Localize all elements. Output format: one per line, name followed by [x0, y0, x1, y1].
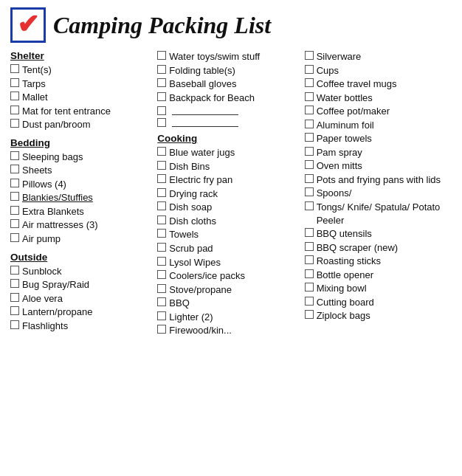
item-text: Silverware: [317, 50, 446, 63]
checkbox[interactable]: [10, 179, 19, 187]
checkbox[interactable]: [10, 151, 19, 160]
item-text: Blue water jugs: [169, 146, 298, 159]
checkbox[interactable]: [10, 206, 19, 215]
item-text: BBQ utensils: [317, 227, 446, 241]
checkbox[interactable]: [157, 188, 166, 197]
checkbox[interactable]: [10, 106, 19, 114]
list-item: Bottle opener: [305, 269, 446, 282]
checkbox[interactable]: [305, 92, 314, 101]
checkbox[interactable]: [305, 160, 314, 169]
checkbox[interactable]: [305, 147, 314, 156]
item-text: Bug Spray/Raid: [22, 278, 151, 292]
list-item: Coffee pot/maker: [305, 105, 446, 118]
checkbox[interactable]: [10, 306, 19, 315]
checkbox[interactable]: [305, 65, 314, 74]
checkbox[interactable]: [157, 243, 166, 252]
item-text: Towels: [169, 228, 298, 241]
checkbox[interactable]: [157, 201, 166, 210]
checkbox[interactable]: [10, 165, 19, 173]
checkbox[interactable]: [157, 106, 166, 115]
checkbox[interactable]: [305, 201, 314, 210]
item-text: Tongs/ Knife/ Spatula/ Potato Peeler: [317, 201, 446, 227]
checkbox[interactable]: [157, 229, 166, 238]
checkbox[interactable]: [305, 78, 314, 87]
checkbox[interactable]: [157, 270, 166, 279]
checkbox[interactable]: [10, 219, 19, 228]
section-title-bedding: Bedding: [10, 137, 151, 148]
checkbox[interactable]: [305, 106, 314, 114]
item-text: Dish cloths: [169, 215, 298, 228]
checkbox[interactable]: [10, 78, 19, 87]
checkbox[interactable]: [10, 279, 19, 288]
list-item: Tarps: [10, 77, 151, 91]
item-text: Scrub pad: [169, 242, 298, 255]
checkbox[interactable]: [10, 293, 19, 302]
list-item: Backpack for Beach: [157, 92, 298, 105]
item-text: Stove/propane: [169, 283, 298, 297]
checkbox[interactable]: [157, 51, 166, 60]
blank-underline: [172, 117, 238, 127]
list-item: Sleeping bags: [10, 151, 151, 164]
page-title: Camping Packing List: [53, 12, 271, 39]
header-checkbox-icon: ✔: [10, 7, 46, 43]
checkbox[interactable]: [157, 284, 166, 293]
checkbox[interactable]: [305, 51, 314, 60]
item-text: Extra Blankets: [22, 205, 151, 218]
checkbox[interactable]: [305, 255, 314, 264]
checkbox[interactable]: [10, 119, 19, 128]
checkbox[interactable]: [305, 228, 314, 237]
item-text: Pillows (4): [22, 178, 151, 191]
checkbox[interactable]: [157, 311, 166, 320]
item-text: BBQ: [169, 297, 298, 310]
checkbox[interactable]: [10, 320, 19, 329]
list-item: Towels: [157, 228, 298, 241]
checkbox[interactable]: [157, 118, 166, 127]
checkbox[interactable]: [157, 174, 166, 183]
checkbox[interactable]: [157, 325, 166, 334]
item-text: Sunblock: [22, 265, 151, 278]
checkbox[interactable]: [157, 92, 166, 101]
checkbox[interactable]: [305, 242, 314, 251]
list-item: Bug Spray/Raid: [10, 278, 151, 292]
checkbox[interactable]: [10, 64, 19, 73]
checkbox[interactable]: [305, 120, 314, 128]
page-header: ✔ Camping Packing List: [10, 7, 452, 43]
list-item: Tongs/ Knife/ Spatula/ Potato Peeler: [305, 201, 446, 227]
checkbox[interactable]: [157, 147, 166, 156]
list-item: Air pump: [10, 232, 151, 246]
list-item: Blankies/Stuffies: [10, 191, 151, 204]
blank-line-1: [157, 105, 298, 115]
checkbox[interactable]: [157, 161, 166, 170]
checkbox[interactable]: [157, 257, 166, 266]
checkmark-icon: ✔: [17, 11, 39, 38]
checkbox[interactable]: [10, 266, 19, 275]
checkbox[interactable]: [157, 297, 166, 306]
item-text: Paper towels: [317, 132, 446, 145]
list-item: Scrub pad: [157, 242, 298, 255]
checkbox[interactable]: [305, 269, 314, 278]
checkbox[interactable]: [305, 310, 314, 319]
checkbox[interactable]: [10, 92, 19, 100]
checkbox[interactable]: [10, 192, 19, 201]
checkbox[interactable]: [305, 297, 314, 306]
checkbox[interactable]: [305, 174, 314, 183]
checkbox[interactable]: [157, 65, 166, 74]
item-text: Water bottles: [317, 92, 446, 105]
item-text: Dish Bins: [169, 160, 298, 173]
checkbox[interactable]: [305, 133, 314, 142]
item-text: Air pump: [22, 232, 151, 246]
item-text: Mallet: [22, 91, 151, 104]
item-text: Bottle opener: [317, 269, 446, 282]
checkbox[interactable]: [305, 187, 314, 196]
checkbox[interactable]: [305, 283, 314, 292]
section-title-cooking: Cooking: [157, 133, 298, 144]
list-item: Air mattresses (3): [10, 218, 151, 232]
item-text: Pots and frying pans with lids: [317, 173, 446, 187]
item-text: Flashlights: [22, 320, 151, 333]
checkbox[interactable]: [10, 233, 19, 242]
checkbox[interactable]: [157, 78, 166, 87]
list-item: Pam spray: [305, 146, 446, 159]
checkbox[interactable]: [157, 215, 166, 224]
list-item: Roasting sticks: [305, 255, 446, 268]
item-text: Pam spray: [317, 146, 446, 159]
